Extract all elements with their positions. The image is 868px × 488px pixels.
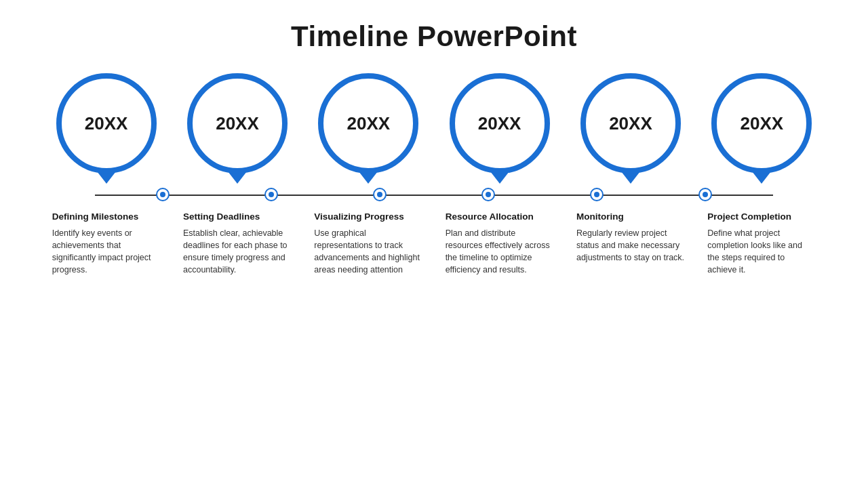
content-heading-0: Defining Milestones [52, 211, 139, 223]
timeline-section [61, 195, 807, 196]
content-item-2: Visualizing Progress Use graphical repre… [314, 211, 422, 276]
timeline-dot-outer-4 [590, 188, 604, 201]
timeline-dot-outer-1 [264, 188, 278, 201]
timeline-line [95, 195, 773, 196]
content-item-1: Setting Deadlines Establish clear, achie… [183, 211, 292, 276]
timeline-dot-wrapper-0 [156, 188, 170, 201]
content-row: Defining Milestones Identify key events … [27, 211, 841, 276]
timeline-dot-inner-5 [703, 192, 708, 197]
content-heading-4: Monitoring [576, 211, 624, 223]
content-text-1: Establish clear, achievable deadlines fo… [183, 227, 292, 277]
circle-outer-2: 20XX [318, 73, 418, 174]
circle-label-4: 20XX [609, 113, 652, 134]
circle-outer-1: 20XX [187, 73, 288, 174]
timeline-dot-inner-2 [377, 192, 382, 197]
timeline-area [27, 189, 841, 196]
timeline-dot-inner-3 [486, 192, 491, 197]
circle-item-0: 20XX [52, 73, 161, 184]
timeline-dot-inner-0 [160, 192, 165, 197]
circle-item-4: 20XX [576, 73, 685, 184]
circle-outer-0: 20XX [56, 73, 157, 174]
content-text-4: Regularly review project status and make… [576, 227, 685, 264]
timeline-dot-outer-0 [156, 188, 170, 201]
circle-outer-3: 20XX [450, 73, 550, 174]
timeline-dot-wrapper-1 [264, 188, 278, 201]
circle-outer-4: 20XX [580, 73, 681, 174]
content-text-3: Plan and distribute resources effectivel… [446, 227, 554, 277]
timeline-dot-outer-3 [481, 188, 495, 201]
circle-label-3: 20XX [478, 113, 521, 134]
timeline-dot-wrapper-3 [481, 188, 495, 201]
content-item-3: Resource Allocation Plan and distribute … [446, 211, 554, 276]
timeline-dot-inner-4 [594, 192, 599, 197]
circle-label-1: 20XX [216, 113, 259, 134]
timeline-dot-wrapper-5 [698, 188, 712, 201]
circle-outer-5: 20XX [711, 73, 812, 174]
content-text-0: Identify key events or achievements that… [52, 227, 161, 277]
timeline-dot-outer-2 [373, 188, 387, 201]
content-text-5: Define what project completion looks lik… [707, 227, 816, 277]
circle-label-5: 20XX [740, 113, 783, 134]
circle-item-5: 20XX [707, 73, 816, 184]
timeline-dot-inner-1 [269, 192, 274, 197]
content-text-2: Use graphical representations to track a… [314, 227, 422, 277]
circle-label-2: 20XX [347, 113, 391, 134]
slide: Timeline PowerPoint 20XX 20XX 20XX 20XX [0, 0, 868, 488]
circle-item-1: 20XX [183, 73, 292, 184]
content-item-4: Monitoring Regularly review project stat… [576, 211, 685, 276]
content-heading-1: Setting Deadlines [183, 211, 260, 223]
content-heading-2: Visualizing Progress [314, 211, 404, 223]
circle-item-3: 20XX [446, 73, 554, 184]
content-heading-3: Resource Allocation [446, 211, 534, 223]
circle-item-2: 20XX [314, 73, 422, 184]
content-heading-5: Project Completion [707, 211, 791, 223]
timeline-dot-wrapper-2 [373, 188, 387, 201]
circle-label-0: 20XX [85, 113, 128, 134]
timeline-dot-wrapper-4 [590, 188, 604, 201]
dots-row [95, 188, 773, 201]
content-item-0: Defining Milestones Identify key events … [52, 211, 161, 276]
circles-row: 20XX 20XX 20XX 20XX 20XX 20XX [27, 73, 841, 184]
slide-title: Timeline PowerPoint [291, 20, 577, 53]
timeline-dot-outer-5 [698, 188, 712, 201]
content-item-5: Project Completion Define what project c… [707, 211, 816, 276]
